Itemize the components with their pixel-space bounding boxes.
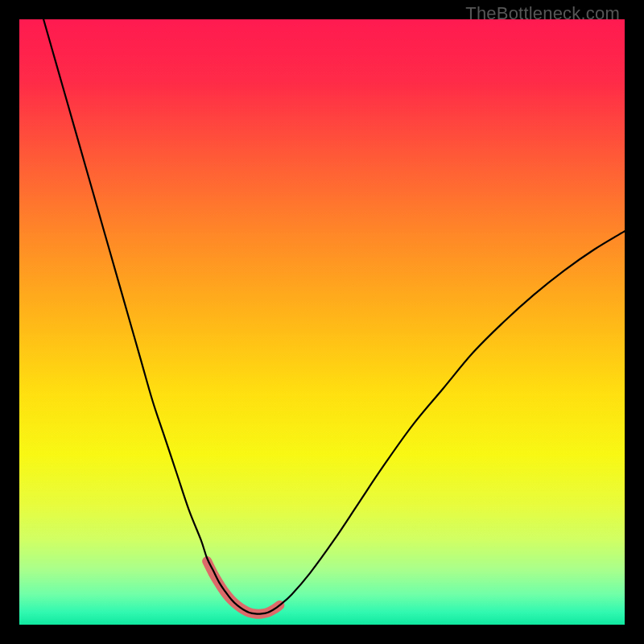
gradient-background (19, 19, 625, 625)
chart-frame (19, 19, 625, 625)
chart-canvas (19, 19, 625, 625)
watermark-text: TheBottleneck.com (465, 3, 620, 24)
